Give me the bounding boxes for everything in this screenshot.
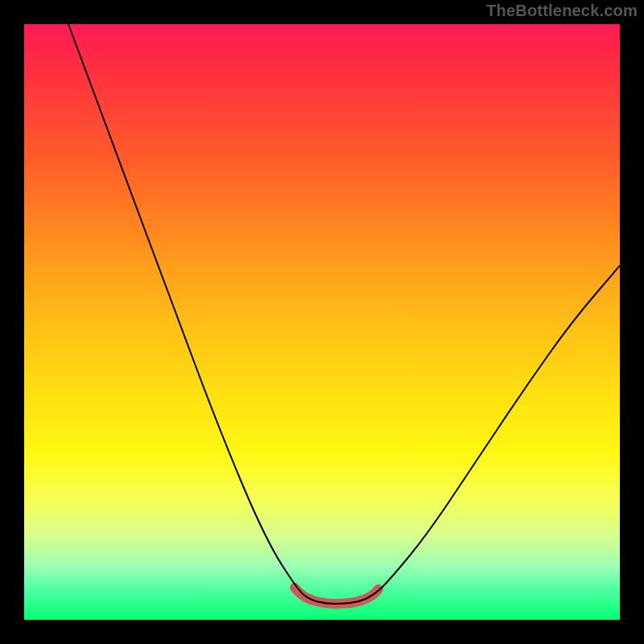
plot-area <box>24 24 620 620</box>
watermark-text: TheBottleneck.com <box>486 2 638 20</box>
optimal-range-highlight <box>295 588 378 604</box>
bottleneck-curve <box>68 24 620 604</box>
curve-layer <box>24 24 620 620</box>
chart-frame: TheBottleneck.com <box>0 0 644 644</box>
